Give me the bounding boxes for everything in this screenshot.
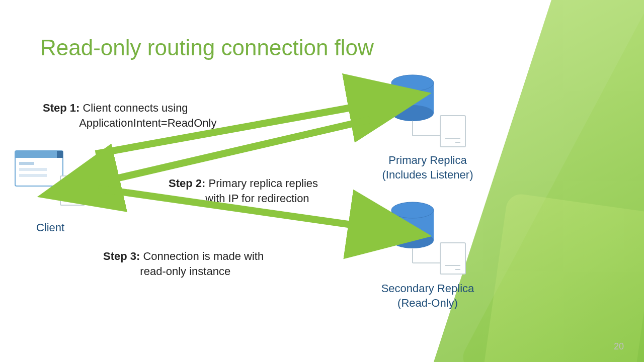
svg-point-10 xyxy=(391,75,434,91)
step-1-line-a: Client connects using xyxy=(83,102,188,114)
step-1-label: Step 1: xyxy=(43,102,79,114)
step-1-text: Step 1: Client connects using Applicatio… xyxy=(43,101,217,130)
primary-db-icon xyxy=(391,75,465,147)
secondary-db-icon xyxy=(391,202,465,274)
svg-point-19 xyxy=(391,202,434,218)
svg-point-21 xyxy=(391,232,434,248)
slide: Read-only routing connection flow Step 1… xyxy=(0,0,644,362)
step-3-label: Step 3: xyxy=(103,250,140,262)
slide-title: Read-only routing connection flow xyxy=(40,35,374,60)
primary-replica-label-a: Primary Replica xyxy=(388,154,466,166)
svg-rect-1 xyxy=(15,151,63,186)
secondary-replica-label-b: (Read-Only) xyxy=(397,297,458,309)
svg-rect-3 xyxy=(57,151,63,158)
svg-rect-2 xyxy=(15,151,63,158)
step-2-text: Step 2: Primary replica replies with IP … xyxy=(169,176,318,206)
svg-rect-25 xyxy=(440,243,465,274)
svg-point-22 xyxy=(391,202,434,218)
svg-rect-4 xyxy=(19,162,34,165)
svg-rect-11 xyxy=(391,83,434,113)
secondary-replica-label-a: Secondary Replica xyxy=(381,282,474,295)
step-3-text: Step 3: Connection is made with read-onl… xyxy=(103,249,264,279)
svg-rect-16 xyxy=(440,116,465,147)
svg-rect-20 xyxy=(391,210,434,240)
step-3-line-b: read-only instance xyxy=(140,265,230,278)
step-3-line-a: Connection is made with xyxy=(143,250,264,262)
step-2-line-b: with IP for redirection xyxy=(205,192,309,205)
svg-point-13 xyxy=(391,75,434,91)
slide-number: 20 xyxy=(614,341,624,352)
svg-rect-5 xyxy=(19,168,47,171)
client-icon xyxy=(15,151,85,205)
primary-replica-label-b: (Includes Listener) xyxy=(382,168,473,181)
step-2-label: Step 2: xyxy=(169,177,205,190)
client-label: Client xyxy=(20,221,80,234)
svg-rect-6 xyxy=(19,174,47,177)
step-1-line-b: ApplicationIntent=ReadOnly xyxy=(79,117,216,129)
primary-replica-label: Primary Replica (Includes Listener) xyxy=(370,153,486,182)
secondary-replica-label: Secondary Replica (Read-Only) xyxy=(370,282,486,310)
svg-rect-7 xyxy=(60,176,85,205)
svg-point-12 xyxy=(391,105,434,121)
step-2-line-a: Primary replica replies xyxy=(208,177,318,190)
